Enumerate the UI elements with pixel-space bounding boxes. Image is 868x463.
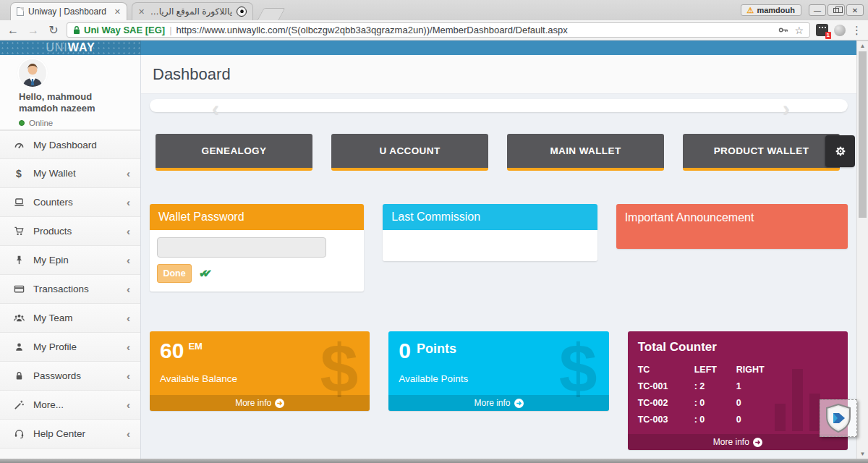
wallet-password-title: Wallet Password [150, 204, 364, 230]
table-row: TC-001 : 2 1 [638, 381, 838, 391]
extension-icon[interactable]: 1 [816, 24, 828, 36]
page-scrollbar[interactable]: ▲ ▼ [856, 41, 868, 459]
new-tab-button[interactable] [257, 8, 285, 20]
scroll-down-icon[interactable]: ▼ [857, 449, 868, 459]
extension-globe-icon[interactable] [834, 25, 846, 36]
sidebar-item-my-dashboard[interactable]: My Dashboard [0, 130, 140, 159]
arrow-circle-icon [275, 399, 284, 408]
tab-close-icon[interactable]: ✕ [114, 7, 121, 17]
points-value: 0 [399, 340, 411, 362]
sidebar-item-help-center[interactable]: Help Center ‹ [0, 420, 140, 449]
tab-yallakora[interactable]: ✕ ياللاكورة الموقع الرياضى الأول [132, 2, 253, 20]
chevron-left-icon: ‹ [127, 225, 130, 237]
settings-gear-button[interactable] [825, 135, 855, 167]
chevron-left-icon: ‹ [127, 428, 130, 440]
tab-close-icon[interactable]: ✕ [138, 7, 145, 17]
points-label: Available Points [399, 373, 598, 384]
extension-badge: 1 [825, 32, 831, 39]
chevron-left-icon: ‹ [127, 341, 130, 353]
genealogy-button[interactable]: GENEALOGY [156, 134, 312, 171]
done-button[interactable]: Done [157, 264, 192, 283]
arrow-circle-icon [514, 399, 524, 408]
headset-icon [13, 428, 25, 440]
sidebar-item-transactions[interactable]: Transactions ‹ [0, 275, 140, 304]
points-more-info-link[interactable]: More info [388, 395, 608, 411]
key-icon[interactable] [778, 25, 788, 35]
restore-button[interactable] [827, 4, 845, 16]
wand-icon [13, 399, 25, 411]
chevron-left-icon: ‹ [127, 254, 130, 266]
app-logo[interactable]: UNIWAY [0, 41, 141, 55]
sidebar-item-counters[interactable]: Counters ‹ [0, 188, 140, 217]
back-icon[interactable]: ← [6, 24, 20, 37]
shield-extension-overlay[interactable] [820, 399, 857, 437]
carousel-next-icon[interactable]: › [783, 98, 790, 119]
chevron-left-icon: ‹ [127, 283, 130, 295]
pin-icon [13, 255, 25, 266]
arrow-circle-icon [753, 438, 762, 447]
double-check-icon: ✔✔ [199, 267, 212, 280]
u-account-button[interactable]: U ACCOUNT [331, 134, 488, 171]
main-wallet-button[interactable]: MAIN WALLET [507, 134, 664, 171]
product-wallet-button[interactable]: PRODUCT WALLET [683, 134, 840, 171]
tab-title: ياللاكورة الموقع الرياضى الأول [149, 7, 232, 17]
app-header: UNIWAY [0, 41, 856, 55]
security-badge[interactable]: Uni Way SAE [EG] [73, 25, 165, 35]
carousel-strip [150, 99, 848, 112]
table-row: TC-003 : 0 0 [638, 415, 838, 425]
close-button[interactable]: ✕ [846, 4, 864, 16]
quick-buttons-row: GENEALOGY U ACCOUNT MAIN WALLET PRODUCT … [156, 134, 840, 171]
scroll-up-icon[interactable]: ▲ [857, 41, 868, 51]
sidebar-menu: My Dashboard $ My Wallet ‹ Counters ‹ Pr… [0, 130, 140, 449]
shield-icon [825, 404, 851, 433]
sidebar-item-products[interactable]: Products ‹ [0, 217, 140, 246]
forward-icon[interactable]: → [26, 24, 41, 37]
points-info-box: $ 0Points Available Points More info [388, 331, 608, 411]
sidebar-item-more[interactable]: More... ‹ [0, 391, 140, 420]
sidebar-item-my-epin[interactable]: My Epin ‹ [0, 246, 140, 275]
wallet-password-card: Wallet Password Done ✔✔ [150, 204, 364, 292]
restore-icon [833, 8, 839, 13]
team-icon [13, 313, 25, 324]
sidebar-item-my-profile[interactable]: My Profile ‹ [0, 333, 140, 362]
user-greeting: Hello, mahmoud mamdoh nazeem [19, 91, 130, 115]
last-commission-card: Last Commission [383, 204, 597, 261]
balance-unit: EM [188, 340, 203, 353]
lock-icon [13, 370, 25, 382]
refresh-icon[interactable]: ↻ [46, 23, 61, 37]
balance-label: Available Balance [160, 373, 359, 384]
balance-info-box: $ 60EM Available Balance More info [150, 331, 370, 411]
counter-more-info-link[interactable]: More info [628, 434, 848, 450]
chevron-left-icon: ‹ [127, 399, 130, 411]
balance-value: 60 [160, 340, 184, 362]
minimize-button[interactable]: — [809, 4, 826, 16]
window-bottom-edge [0, 459, 868, 463]
carousel-prev-icon[interactable]: ‹ [212, 98, 219, 119]
last-commission-body [383, 230, 597, 261]
browser-menu-icon[interactable]: ⋮ [851, 24, 862, 37]
credit-card-icon [13, 284, 25, 295]
scrollbar-thumb[interactable] [859, 51, 867, 218]
balance-more-info-link[interactable]: More info [150, 395, 370, 411]
sidebar: Hello, mahmoud mamdoh nazeem Online My D… [0, 55, 141, 459]
sidebar-item-passwords[interactable]: Passwords ‹ [0, 362, 140, 391]
page-title: Dashboard [153, 65, 231, 84]
bookmark-star-icon[interactable]: ☆ [794, 25, 804, 36]
laptop-icon [13, 197, 25, 208]
address-bar[interactable]: Uni Way SAE [EG] | https://www.uniwayllc… [67, 22, 810, 38]
sidebar-item-my-wallet[interactable]: $ My Wallet ‹ [0, 159, 140, 188]
chevron-left-icon: ‹ [127, 167, 130, 179]
points-unit: Points [417, 340, 456, 357]
tab-uniway-dashboard[interactable]: Uniway | Dashboard ✕ [10, 2, 127, 20]
total-counter-title: Total Counter [638, 340, 838, 354]
url-text: https://www.uniwayllc.com/(S(olbczgw2qbb… [176, 25, 774, 35]
avatar [19, 59, 46, 87]
browser-profile-button[interactable]: ⚠ mamdouh [741, 4, 801, 16]
wallet-password-input[interactable] [157, 237, 326, 258]
main-content: Dashboard ‹ › GENEALOGY U ACCOUNT MAIN W… [141, 55, 856, 459]
tab-strip: Uniway | Dashboard ✕ ✕ ياللاكورة الموقع … [0, 0, 868, 20]
page-header: Dashboard [141, 55, 856, 94]
announcement-card: Important Announcement [616, 204, 848, 249]
chevron-left-icon: ‹ [127, 196, 130, 208]
sidebar-item-my-team[interactable]: My Team ‹ [0, 304, 140, 333]
